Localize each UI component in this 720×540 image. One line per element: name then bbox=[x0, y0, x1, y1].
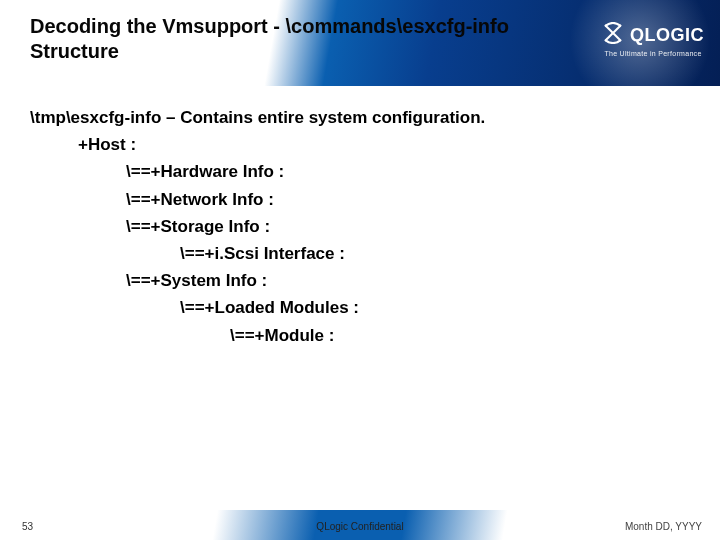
text-line: \==+Network Info : bbox=[30, 186, 485, 213]
text-line: \==+i.Scsi Interface : bbox=[30, 240, 485, 267]
text-line: \==+Loaded Modules : bbox=[30, 294, 485, 321]
slide-title: Decoding the Vmsupport - \commands\esxcf… bbox=[30, 14, 550, 64]
text-line: +Host : bbox=[30, 131, 485, 158]
text-line: \==+Module : bbox=[30, 322, 485, 349]
text-line: \tmp\esxcfg-info – Contains entire syste… bbox=[30, 104, 485, 131]
slide-header: Decoding the Vmsupport - \commands\esxcf… bbox=[0, 0, 720, 86]
brand-tagline: The Ultimate in Performance bbox=[602, 50, 704, 57]
slide-footer: 53 QLogic Confidential Month DD, YYYY bbox=[0, 510, 720, 540]
slide-body: \tmp\esxcfg-info – Contains entire syste… bbox=[30, 104, 485, 349]
page-number: 53 bbox=[22, 521, 33, 532]
text-line: \==+Storage Info : bbox=[30, 213, 485, 240]
brand-name: QLOGIC bbox=[630, 25, 704, 46]
qlogic-mark-icon bbox=[602, 22, 624, 48]
slide: Decoding the Vmsupport - \commands\esxcf… bbox=[0, 0, 720, 540]
text-line: \==+System Info : bbox=[30, 267, 485, 294]
footer-date: Month DD, YYYY bbox=[625, 521, 702, 532]
text-line: \==+Hardware Info : bbox=[30, 158, 485, 185]
confidential-label: QLogic Confidential bbox=[316, 521, 403, 532]
brand-logo: QLOGIC The Ultimate in Performance bbox=[602, 22, 704, 57]
